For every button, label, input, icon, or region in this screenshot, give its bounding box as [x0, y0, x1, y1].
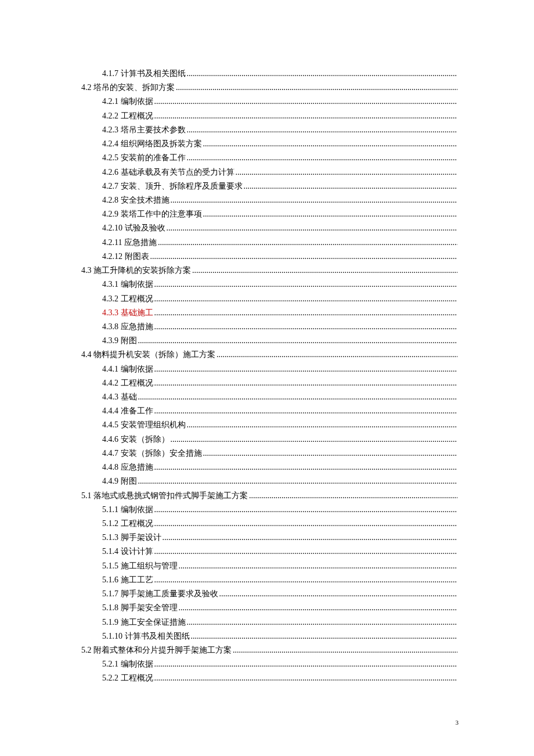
toc-entry-label: 5.1.7 脚手架施工质量要求及验收 — [102, 587, 218, 601]
toc-entry-number: 4.3.3 — [102, 308, 118, 317]
toc-entry[interactable]: 4.2.11 应急措施 — [81, 236, 459, 250]
toc-entry[interactable]: 4.3.9 附图 — [81, 334, 459, 348]
toc-entry-number: 4.3.8 — [102, 322, 118, 331]
toc-entry-title: 施工工艺 — [121, 575, 153, 584]
toc-entry[interactable]: 4.3.1 编制依据 — [81, 278, 459, 291]
toc-entry[interactable]: 4.1.7 计算书及相关图纸 — [81, 67, 459, 81]
toc-leader-dots — [233, 643, 457, 657]
toc-entry[interactable]: 5.1.1 编制依据 — [81, 503, 459, 517]
toc-entry[interactable]: 5.1.3 脚手架设计 — [81, 531, 459, 545]
toc-entry-label: 4.2.2 工程概况 — [102, 109, 153, 123]
toc-entry[interactable]: 5.1 落地式或悬挑式钢管扣件式脚手架施工方案 — [81, 489, 459, 503]
toc-entry[interactable]: 4.4.2 工程概况 — [81, 376, 459, 390]
toc-entry-label: 5.1.8 脚手架安全管理 — [102, 601, 178, 615]
toc-entry-label: 5.1.9 施工安全保证措施 — [102, 615, 186, 629]
toc-leader-dots — [163, 531, 458, 545]
toc-leader-dots — [179, 559, 458, 573]
toc-leader-dots — [150, 250, 458, 264]
toc-entry[interactable]: 4.2.10 试验及验收 — [81, 221, 459, 235]
toc-entry[interactable]: 5.1.10 计算书及相关图纸 — [81, 629, 459, 643]
toc-entry-title: 物料提升机安装（拆除）施工方案 — [93, 350, 215, 359]
toc-entry[interactable]: 5.2.2 工程概况 — [81, 671, 459, 685]
toc-leader-dots — [249, 489, 457, 503]
toc-leader-dots — [154, 95, 458, 109]
toc-entry[interactable]: 5.1.7 脚手架施工质量要求及验收 — [81, 587, 459, 601]
toc-entry-label: 4.4.5 安装管理组织机构 — [102, 418, 186, 432]
toc-entry-title: 安装（拆除）安全措施 — [121, 449, 202, 458]
toc-entry-number: 5.1.3 — [102, 533, 118, 542]
toc-entry[interactable]: 4.4.1 编制依据 — [81, 362, 459, 376]
toc-entry-number: 4.2.5 — [102, 153, 118, 162]
toc-entry-number: 5.1.1 — [102, 505, 118, 514]
toc-entry-title: 附图表 — [125, 252, 149, 261]
toc-entry-label: 5.2.1 编制依据 — [102, 657, 153, 671]
toc-entry-number: 5.1.10 — [102, 632, 122, 640]
toc-entry-number: 4.2.3 — [102, 125, 118, 134]
toc-entry-title: 安全技术措施 — [121, 196, 169, 204]
toc-entry-label: 4.4.7 安装（拆除）安全措施 — [102, 447, 202, 460]
toc-entry-label: 4.4.3 基础 — [102, 390, 137, 404]
toc-entry[interactable]: 4.2.9 装塔工作中的注意事项 — [81, 207, 459, 221]
toc-entry-number: 4.1.7 — [102, 69, 118, 78]
toc-entry[interactable]: 4.4.9 附图 — [81, 474, 459, 488]
toc-entry-label: 4.2.10 试验及验收 — [102, 221, 165, 235]
toc-leader-dots — [187, 418, 458, 432]
toc-entry-title: 设计计算 — [121, 547, 153, 556]
toc-entry[interactable]: 4.2.7 安装、顶升、拆除程序及质量要求 — [81, 179, 459, 193]
toc-entry-number: 4.4.4 — [102, 406, 118, 415]
toc-entry-number: 4.2.9 — [102, 210, 118, 218]
toc-entry-title: 应急措施 — [121, 463, 153, 471]
toc-entry[interactable]: 4.4.6 安装（拆除） — [81, 433, 459, 447]
toc-leader-dots — [187, 151, 458, 165]
toc-entry[interactable]: 4.2.8 安全技术措施 — [81, 193, 459, 207]
toc-entry-label: 5.1 落地式或悬挑式钢管扣件式脚手架施工方案 — [81, 489, 248, 503]
toc-leader-dots — [138, 390, 458, 404]
toc-leader-dots — [154, 292, 458, 306]
toc-entry[interactable]: 5.1.2 工程概况 — [81, 517, 459, 531]
toc-entry[interactable]: 4.2.3 塔吊主要技术参数 — [81, 123, 459, 137]
toc-entry-number: 4.4.6 — [102, 435, 118, 444]
toc-entry-number: 5.1 — [81, 491, 92, 500]
toc-entry-number: 4.4.3 — [102, 393, 118, 401]
toc-entry[interactable]: 4.3.2 工程概况 — [81, 292, 459, 306]
toc-entry[interactable]: 4.4.3 基础 — [81, 390, 459, 404]
toc-entry-label: 4.3 施工升降机的安装拆除方案 — [81, 264, 191, 278]
toc-entry[interactable]: 5.1.6 施工工艺 — [81, 573, 459, 587]
toc-entry[interactable]: 5.2 附着式整体和分片提升脚手架施工方案 — [81, 643, 459, 657]
toc-entry[interactable]: 4.2.2 工程概况 — [81, 109, 459, 123]
toc-entry[interactable]: 4.4.4 准备工作 — [81, 404, 459, 418]
toc-entry[interactable]: 4.2.4 组织网络图及拆装方案 — [81, 137, 459, 151]
toc-leader-dots — [154, 657, 458, 671]
toc-entry[interactable]: 4.2.6 基础承载及有关节点的受力计算 — [81, 165, 459, 179]
toc-entry[interactable]: 4.2.1 编制依据 — [81, 95, 459, 109]
toc-entry-title: 试验及验收 — [125, 224, 165, 232]
toc-entry[interactable]: 4.2.5 安装前的准备工作 — [81, 151, 459, 165]
toc-entry-title: 附图 — [121, 336, 137, 345]
toc-entry-title: 附图 — [121, 477, 137, 485]
toc-entry[interactable]: 5.1.4 设计计算 — [81, 545, 459, 559]
toc-leader-dots — [154, 503, 458, 517]
toc-entry[interactable]: 5.2.1 编制依据 — [81, 657, 459, 671]
toc-entry[interactable]: 4.3.3 基础施工 — [81, 306, 459, 320]
toc-entry-number: 4.3.1 — [102, 280, 118, 289]
toc-entry[interactable]: 4.4.8 应急措施 — [81, 460, 459, 474]
toc-entry[interactable]: 4.4 物料提升机安装（拆除）施工方案 — [81, 348, 459, 362]
toc-entry-number: 4.4.2 — [102, 379, 118, 387]
toc-entry[interactable]: 4.4.5 安装管理组织机构 — [81, 418, 459, 432]
toc-entry-label: 5.1.4 设计计算 — [102, 545, 153, 559]
toc-entry-title: 编制依据 — [121, 365, 153, 373]
toc-entry[interactable]: 5.1.9 施工安全保证措施 — [81, 615, 459, 629]
toc-entry[interactable]: 4.3 施工升降机的安装拆除方案 — [81, 264, 459, 278]
toc-entry-title: 准备工作 — [121, 406, 153, 415]
toc-entry-number: 5.2 — [81, 646, 92, 654]
toc-entry[interactable]: 4.3.8 应急措施 — [81, 320, 459, 334]
toc-entry[interactable]: 4.2.12 附图表 — [81, 250, 459, 264]
toc-entry-label: 5.2 附着式整体和分片提升脚手架施工方案 — [81, 643, 232, 657]
toc-entry[interactable]: 4.2 塔吊的安装、拆卸方案 — [81, 81, 459, 95]
toc-entry[interactable]: 5.1.5 施工组织与管理 — [81, 559, 459, 573]
toc-leader-dots — [154, 460, 458, 474]
toc-entry-label: 4.2 塔吊的安装、拆卸方案 — [81, 81, 175, 95]
toc-leader-dots — [138, 474, 458, 488]
toc-entry[interactable]: 5.1.8 脚手架安全管理 — [81, 601, 459, 615]
toc-entry[interactable]: 4.4.7 安装（拆除）安全措施 — [81, 447, 459, 460]
